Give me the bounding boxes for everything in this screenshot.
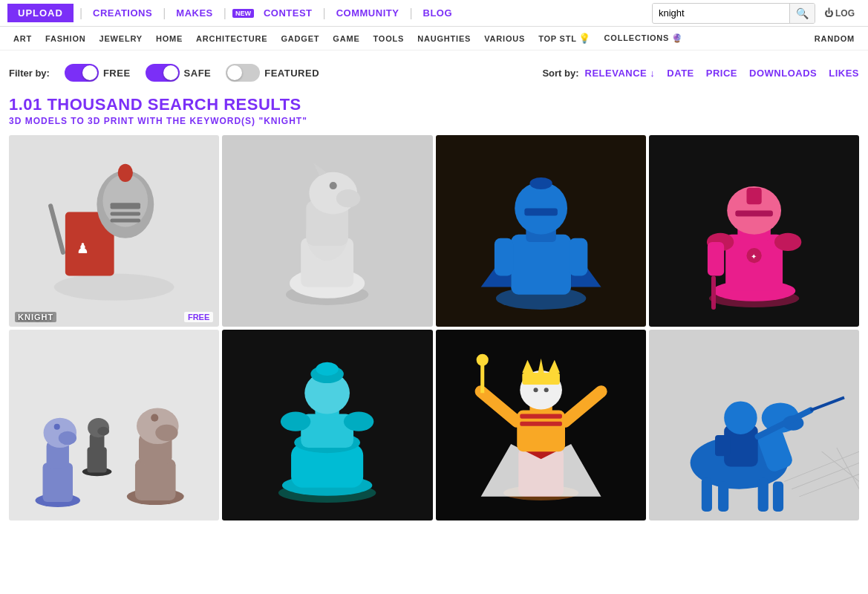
grid-item-7[interactable]: [436, 330, 646, 521]
svg-rect-87: [520, 421, 562, 425]
free-toggle[interactable]: [65, 64, 99, 82]
results-count: 1.01 THOUSAND SEARCH RESULTS: [9, 95, 859, 114]
svg-point-5: [118, 164, 133, 182]
results-subtitle: 3D MODELS TO 3D PRINT WITH THE KEYWORD(S…: [9, 116, 859, 126]
svg-point-16: [336, 189, 360, 207]
nav-gadget[interactable]: GADGET: [275, 34, 325, 43]
grid-item-8[interactable]: [649, 330, 859, 521]
nav-blog[interactable]: BLOG: [419, 7, 457, 19]
svg-point-46: [59, 431, 76, 444]
nav-sep-3: |: [223, 7, 226, 20]
nav-architecture[interactable]: ARCHITECTURE: [190, 34, 273, 43]
svg-rect-28: [569, 238, 587, 276]
svg-point-47: [54, 423, 60, 429]
sort-downloads[interactable]: DOWNLOADS: [749, 68, 817, 79]
svg-rect-100: [773, 481, 783, 511]
nav-various[interactable]: VARIOUS: [478, 34, 531, 43]
item-badge-1: FREE: [184, 312, 213, 322]
featured-filter-group: FEATURED: [226, 64, 319, 82]
svg-rect-54: [135, 459, 176, 500]
grid-item-3[interactable]: [436, 135, 646, 327]
nav-fashion[interactable]: FASHION: [39, 34, 92, 43]
grid-item-4[interactable]: ✦: [649, 135, 859, 327]
new-badge: NEW: [232, 9, 254, 18]
nav-art[interactable]: ART: [7, 34, 38, 43]
svg-line-74: [480, 391, 517, 421]
nav-jewelry[interactable]: JEWELRY: [94, 34, 149, 43]
featured-label: FEATURED: [264, 68, 319, 79]
svg-point-69: [316, 362, 339, 375]
grid-item-5[interactable]: [9, 330, 219, 521]
safe-toggle[interactable]: [146, 64, 180, 82]
model-image-2: [222, 135, 432, 327]
svg-point-26: [529, 177, 552, 189]
nav-random[interactable]: RANDOM: [809, 34, 861, 43]
svg-line-104: [810, 397, 844, 410]
svg-point-0: [54, 273, 174, 300]
nav-contest[interactable]: CONTEST: [259, 7, 317, 19]
safe-filter-group: SAFE: [146, 64, 212, 82]
model-image-6: [222, 330, 432, 521]
grid-item-2[interactable]: [222, 135, 432, 327]
svg-rect-39: [735, 210, 773, 216]
svg-point-85: [544, 388, 548, 392]
svg-point-64: [281, 411, 310, 431]
svg-rect-9: [111, 219, 140, 223]
svg-point-65: [344, 411, 373, 431]
nav-sep-2: |: [163, 7, 166, 20]
nav-sep-1: |: [79, 7, 82, 20]
nav-creations[interactable]: CREATIONS: [88, 7, 157, 19]
sort-area: Sort by: RELEVANCE ↓ DATE PRICE DOWNLOAD…: [542, 68, 859, 79]
svg-rect-20: [511, 235, 571, 295]
svg-line-89: [792, 463, 859, 489]
nav-top-stl[interactable]: TOP STL 💡: [532, 33, 596, 44]
nav-naughties[interactable]: NAUGHTIES: [411, 34, 477, 43]
svg-text:✦: ✦: [750, 252, 756, 261]
svg-point-17: [330, 182, 337, 189]
sort-likes[interactable]: LIKES: [829, 68, 859, 79]
search-area: 🔍: [652, 3, 815, 24]
login-label: LOG: [835, 8, 855, 19]
svg-marker-81: [522, 359, 533, 372]
filter-label: Filter by:: [9, 68, 50, 79]
model-image-8: [649, 330, 859, 521]
grid-item-6[interactable]: [222, 330, 432, 521]
free-toggle-knob: [82, 65, 97, 80]
search-input[interactable]: [653, 4, 789, 22]
sort-price[interactable]: PRICE: [706, 68, 737, 79]
nav-collections[interactable]: COLLECTIONS 🔮: [598, 33, 689, 43]
svg-marker-82: [538, 358, 544, 372]
bulb-icon: 💡: [578, 33, 591, 44]
svg-point-52: [97, 426, 109, 435]
svg-point-57: [155, 424, 177, 440]
svg-rect-98: [718, 481, 728, 511]
svg-rect-105: [715, 434, 730, 455]
sort-label: Sort by:: [542, 68, 578, 79]
safe-label: SAFE: [184, 68, 212, 79]
search-button[interactable]: 🔍: [789, 4, 815, 23]
svg-point-77: [476, 353, 488, 365]
nav-tools[interactable]: TOOLS: [368, 34, 411, 43]
sort-relevance[interactable]: RELEVANCE ↓: [585, 68, 656, 79]
model-image-7: [436, 330, 646, 521]
grid-item-1[interactable]: ♟ KNIGHT FREE: [9, 135, 219, 327]
svg-rect-34: [708, 242, 724, 276]
nav-game[interactable]: GAME: [327, 34, 365, 43]
svg-rect-25: [524, 208, 558, 215]
svg-rect-80: [522, 372, 560, 384]
svg-text:♟: ♟: [76, 241, 88, 256]
svg-line-75: [564, 391, 601, 421]
safe-toggle-knob: [163, 65, 178, 80]
model-image-1: ♟: [9, 135, 219, 327]
svg-point-102: [724, 401, 757, 434]
svg-point-58: [151, 414, 158, 421]
upload-button[interactable]: UPLOAD: [7, 4, 74, 22]
top-nav: UPLOAD | CREATIONS | MAKES | NEW CONTEST…: [0, 0, 868, 27]
featured-toggle[interactable]: [226, 64, 260, 82]
login-button[interactable]: ⏻ LOG: [818, 8, 861, 19]
nav-community[interactable]: COMMUNITY: [332, 7, 404, 19]
svg-rect-99: [757, 477, 768, 512]
sort-date[interactable]: DATE: [667, 68, 694, 79]
nav-home[interactable]: HOME: [150, 34, 189, 43]
nav-makes[interactable]: MAKES: [172, 7, 217, 19]
